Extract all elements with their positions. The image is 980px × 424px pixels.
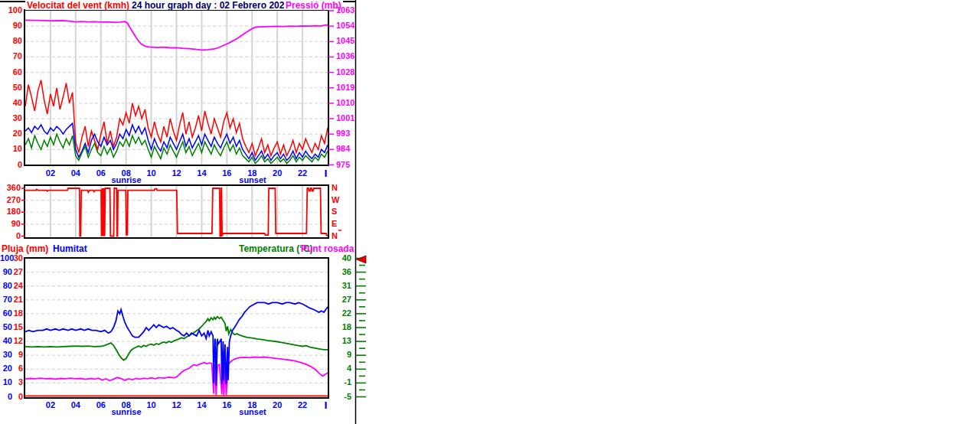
pressure-right-tick: 975: [336, 161, 350, 169]
pressure-right-tick: 1036: [336, 52, 354, 60]
graph-title: 24 hour graph day : 02 Febrero 2022: [130, 1, 291, 10]
wind-left-tick: 40: [0, 99, 22, 107]
x-tick-top: 16: [218, 169, 235, 178]
rain-left-tick: 30: [12, 254, 23, 263]
x-tick-top: 20: [269, 169, 286, 178]
temperature-right-tick: 40: [333, 254, 351, 263]
pressure-right-tick: 1019: [336, 83, 354, 92]
rain-left-tick: 27: [12, 268, 23, 276]
wind-left-tick: 60: [0, 68, 22, 77]
x-tick-bottom: 16: [218, 401, 235, 409]
x-tick-bottom: 18: [243, 401, 260, 409]
pressure-right-tick: 1054: [336, 21, 354, 30]
x-tick-bottom: 22: [294, 401, 311, 409]
chart-grid-2: [25, 272, 328, 383]
direction-left-tick: 180: [0, 207, 21, 216]
humidity-left-tick: 100: [0, 254, 12, 263]
wind-left-tick: 20: [0, 129, 22, 138]
humidity-pct: [25, 302, 328, 386]
direction-left-tick: 0: [0, 232, 21, 240]
wind-left-tick: 50: [0, 83, 22, 92]
wind-left-tick: 100: [0, 6, 22, 15]
temperature-right-tick: 18: [333, 323, 351, 331]
wind-left-tick: 30: [0, 114, 22, 122]
dewpoint-axis-title: Punt rosada: [301, 244, 354, 253]
pressure-axis-title: Pressió (mb): [284, 1, 343, 10]
x-tick-top: 14: [193, 169, 210, 178]
pressure-right-tick: 1010: [336, 99, 354, 107]
graphs-canvas: [0, 0, 980, 424]
wind-left-tick: 0: [0, 161, 22, 169]
humidity-left-tick: 20: [0, 364, 12, 373]
x-axis-end-tick: [325, 170, 327, 177]
direction-compass-label: E: [332, 220, 337, 228]
direction-compass-label: N: [332, 184, 338, 192]
dew-point-c: [25, 357, 328, 396]
rain-left-tick: 12: [12, 337, 23, 345]
x-tick-top: 08: [118, 169, 135, 178]
x-tick-bottom: 12: [168, 401, 185, 409]
wind-left-tick: 90: [0, 21, 22, 30]
x-tick-top: 12: [168, 169, 185, 178]
x-axis-end-tick: [325, 402, 327, 409]
pressure-right-tick: 1045: [336, 37, 354, 45]
rain-left-tick: 24: [12, 282, 23, 290]
direction-compass-label: W: [332, 196, 339, 204]
x-tick-top: 02: [42, 169, 59, 178]
temperature-right-tick: 4: [333, 364, 351, 373]
pressure-right-tick: 1063: [336, 6, 354, 15]
wind-left-tick: 70: [0, 52, 22, 60]
humidity-left-tick: 10: [0, 378, 12, 386]
x-tick-top: 04: [67, 169, 84, 178]
x-tick-top: 06: [93, 169, 109, 178]
temperature-right-tick: 9: [333, 351, 351, 359]
direction-left-tick: 270: [0, 196, 21, 204]
direction-compass-label: S: [332, 207, 337, 216]
pressure-right-tick: 1001: [336, 114, 354, 122]
temperature-marker-arrow-icon: [357, 256, 367, 263]
rain-left-tick: 9: [12, 351, 23, 359]
x-tick-top: 18: [243, 169, 260, 178]
direction-left-tick: 360: [0, 184, 21, 192]
rain-left-tick: 0: [12, 393, 23, 401]
x-tick-top: 22: [294, 169, 311, 178]
x-tick-bottom: 08: [118, 401, 135, 409]
temperature-right-tick: 31: [333, 282, 351, 290]
rain-left-tick: 6: [12, 364, 23, 373]
temperature-right-tick: 27: [333, 295, 351, 304]
x-tick-bottom: 04: [67, 401, 84, 409]
direction-left-tick: 90: [0, 220, 21, 228]
temperature-right-tick: 22: [333, 309, 351, 318]
humidity-left-tick: 60: [0, 309, 12, 318]
rain-left-tick: 3: [12, 378, 23, 386]
temperature-right-tick: -5: [333, 393, 351, 401]
x-tick-bottom: 20: [269, 401, 286, 409]
pressure-right-tick: 984: [336, 145, 350, 153]
x-tick-bottom: 02: [42, 401, 59, 409]
wind-left-tick: 80: [0, 37, 22, 45]
rain-axis-title: Pluja (mm): [2, 244, 48, 253]
direction-compass-label: N: [332, 232, 338, 240]
humidity-left-tick: 0: [0, 393, 12, 401]
humidity-axis-title: Humitat: [53, 244, 87, 253]
humidity-left-tick: 40: [0, 337, 12, 345]
humidity-left-tick: 90: [0, 268, 12, 276]
rain-left-tick: 18: [12, 309, 23, 318]
x-tick-bottom: 10: [143, 401, 160, 409]
rain-left-tick: 15: [12, 323, 23, 331]
temperature-right-tick: 36: [333, 268, 351, 276]
rain-left-tick: 21: [12, 295, 23, 304]
pressure-right-tick: 1028: [336, 68, 354, 77]
rain-humidity-temperature-dewpoint-series: [25, 302, 328, 396]
wind-axis-title: Velocitat del vent (kmh): [25, 1, 131, 10]
x-tick-bottom: 06: [93, 401, 109, 409]
pressure-right-tick: 993: [336, 129, 350, 138]
humidity-left-tick: 70: [0, 295, 12, 304]
humidity-left-tick: 50: [0, 323, 12, 331]
weather-graph-page: Velocitat del vent (kmh) 24 hour graph d…: [0, 0, 980, 424]
humidity-left-tick: 80: [0, 282, 12, 290]
temperature-right-tick: 13: [333, 337, 351, 345]
humidity-left-tick: 30: [0, 351, 12, 359]
temperature-c: [25, 317, 328, 360]
x-tick-top: 10: [143, 169, 160, 178]
